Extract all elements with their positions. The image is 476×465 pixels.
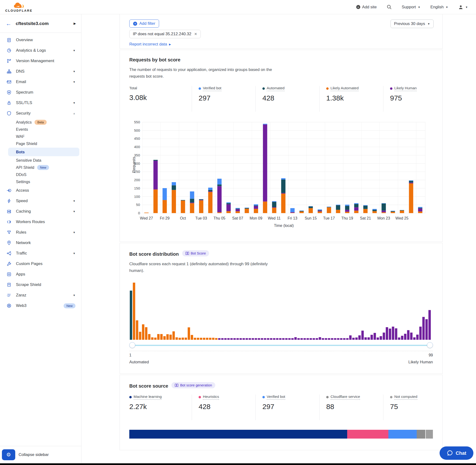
bar-segment[interactable]	[226, 203, 231, 204]
settings-gear-button[interactable]: ⚙	[2, 449, 15, 460]
histogram-bar[interactable]	[423, 317, 425, 340]
bar-segment[interactable]	[281, 193, 286, 194]
bar-segment[interactable]	[163, 188, 167, 200]
histogram-bar[interactable]	[340, 338, 342, 340]
bar-segment[interactable]	[345, 210, 349, 212]
histogram-bar[interactable]	[313, 338, 315, 340]
histogram-bar[interactable]	[374, 333, 376, 340]
histogram-bar[interactable]	[182, 338, 184, 340]
histogram-bar[interactable]	[288, 338, 291, 340]
histogram-bar[interactable]	[419, 327, 422, 340]
sidebar-item-apps[interactable]: Apps	[0, 269, 81, 280]
bar-segment[interactable]	[345, 212, 349, 213]
histogram-bar[interactable]	[307, 338, 309, 340]
histogram-bar[interactable]	[240, 338, 242, 340]
histogram-bar[interactable]	[322, 338, 324, 340]
sidebar-item-email[interactable]: Email▼	[0, 77, 81, 87]
bar-segment[interactable]	[409, 181, 413, 183]
bar-segment[interactable]	[172, 185, 176, 190]
bar-segment[interactable]	[208, 192, 212, 213]
bar-segment[interactable]	[363, 205, 368, 206]
histogram-bar[interactable]	[309, 338, 312, 340]
histogram-bar[interactable]	[233, 338, 236, 340]
bar-segment[interactable]	[300, 211, 304, 213]
histogram-bar[interactable]	[331, 338, 333, 340]
histogram-bar[interactable]	[243, 338, 245, 340]
bar-segment[interactable]	[290, 213, 295, 213]
filter-chip[interactable]: IP does not equal 35.212.240.32 ✕	[129, 30, 201, 38]
account-menu[interactable]: ▼	[458, 5, 468, 10]
histogram-bar[interactable]	[188, 328, 190, 340]
source-segment-heuristics[interactable]	[347, 430, 388, 439]
histogram-bar[interactable]	[130, 291, 132, 340]
bar-segment[interactable]	[418, 211, 423, 213]
histogram-bar[interactable]	[319, 337, 321, 340]
bar-segment[interactable]	[217, 186, 222, 212]
bot-score-generation-doc-badge[interactable]: Bot score generation	[171, 382, 215, 388]
histogram-bar[interactable]	[194, 338, 196, 340]
source-segment-cloudflare-service[interactable]	[417, 430, 425, 439]
bar-segment[interactable]	[345, 205, 349, 206]
bar-segment[interactable]	[272, 201, 276, 202]
histogram-bar[interactable]	[218, 338, 221, 340]
histogram-bar[interactable]	[227, 338, 230, 340]
histogram-bar[interactable]	[428, 310, 431, 340]
bar-segment[interactable]	[208, 191, 212, 192]
bar-segment[interactable]	[153, 190, 158, 213]
histogram-bar[interactable]	[383, 333, 385, 340]
histogram-bar[interactable]	[300, 338, 303, 340]
histogram-bar[interactable]	[206, 338, 208, 340]
bar-segment[interactable]	[208, 188, 212, 190]
sidebar-item-scrape-shield[interactable]: Scrape Shield	[0, 280, 81, 290]
support-menu[interactable]: Support ▼	[402, 5, 420, 10]
histogram-bar[interactable]	[139, 332, 141, 340]
histogram-bar[interactable]	[197, 338, 199, 340]
bot-score-doc-badge[interactable]: Bot Score	[182, 250, 209, 256]
histogram-bar[interactable]	[252, 338, 254, 340]
histogram-bar[interactable]	[264, 338, 266, 340]
sidebar-item-overview[interactable]: Overview	[0, 35, 81, 45]
histogram-bar[interactable]	[215, 338, 217, 340]
bar-segment[interactable]	[336, 210, 340, 213]
histogram-bar[interactable]	[294, 337, 297, 340]
histogram-bar[interactable]	[404, 334, 406, 340]
histogram-bar[interactable]	[395, 328, 397, 340]
bar-segment[interactable]	[409, 180, 413, 181]
histogram-bar[interactable]	[176, 337, 178, 340]
histogram-bar[interactable]	[157, 334, 159, 340]
bar-segment[interactable]	[354, 203, 358, 204]
histogram-bar[interactable]	[267, 338, 269, 340]
add-filter-button[interactable]: + Add filter	[129, 20, 159, 28]
sidebar-item-workers-routes[interactable]: Workers Routes	[0, 217, 81, 227]
bar-segment[interactable]	[391, 211, 395, 211]
bar-segment[interactable]	[336, 205, 340, 210]
bar-segment[interactable]	[309, 206, 313, 206]
histogram-bar[interactable]	[334, 338, 337, 340]
sidebar-item-ssl-tls[interactable]: SSL/TLS▼	[0, 98, 81, 108]
bar-segment[interactable]	[254, 204, 258, 205]
bar-segment[interactable]	[290, 208, 295, 212]
bar-segment[interactable]	[336, 205, 340, 205]
bar-segment[interactable]	[354, 211, 358, 213]
histogram-bar[interactable]	[398, 338, 400, 340]
bar-segment[interactable]	[281, 194, 286, 213]
bar-segment[interactable]	[272, 202, 276, 207]
close-icon[interactable]: ✕	[194, 32, 197, 36]
add-site-button[interactable]: + Add site	[356, 5, 377, 10]
sidebar-item-access[interactable]: Access	[0, 185, 81, 196]
bar-segment[interactable]	[272, 207, 276, 208]
histogram-bar[interactable]	[142, 324, 144, 340]
histogram-bar[interactable]	[270, 338, 272, 340]
bar-segment[interactable]	[254, 206, 258, 209]
bar-segment[interactable]	[354, 207, 358, 211]
histogram-bar[interactable]	[209, 338, 212, 340]
sidebar-item-security[interactable]: Security▲	[0, 108, 81, 119]
bar-segment[interactable]	[409, 183, 413, 213]
bar-segment[interactable]	[199, 199, 203, 200]
bar-segment[interactable]	[153, 160, 158, 161]
histogram-bar[interactable]	[172, 331, 175, 340]
bar-segment[interactable]	[309, 206, 313, 208]
sidebar-item-caching[interactable]: Caching▼	[0, 206, 81, 217]
bar-segment[interactable]	[217, 185, 222, 186]
bar-segment[interactable]	[190, 203, 194, 203]
